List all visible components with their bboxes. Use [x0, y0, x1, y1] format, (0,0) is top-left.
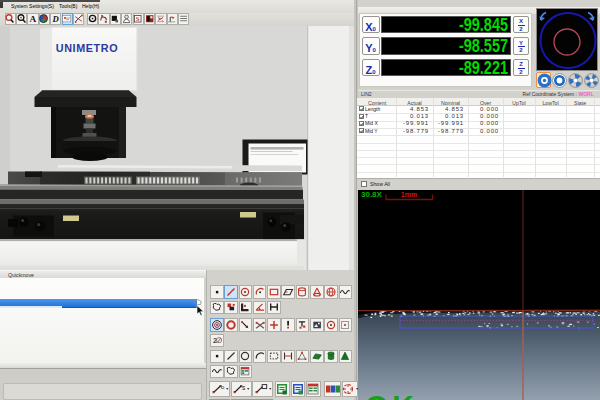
- svg-text:o: o: [221, 384, 225, 390]
- svg-text:1mm: 1mm: [401, 191, 417, 198]
- svg-text:UNIMETRO: UNIMETRO: [56, 42, 118, 54]
- svg-text:OK: OK: [365, 389, 418, 400]
- svg-text:S: S: [136, 15, 140, 22]
- svg-text:30.8X: 30.8X: [361, 190, 383, 199]
- svg-text:D: D: [51, 14, 59, 24]
- svg-text:s: s: [242, 383, 246, 390]
- svg-text:A: A: [29, 14, 36, 24]
